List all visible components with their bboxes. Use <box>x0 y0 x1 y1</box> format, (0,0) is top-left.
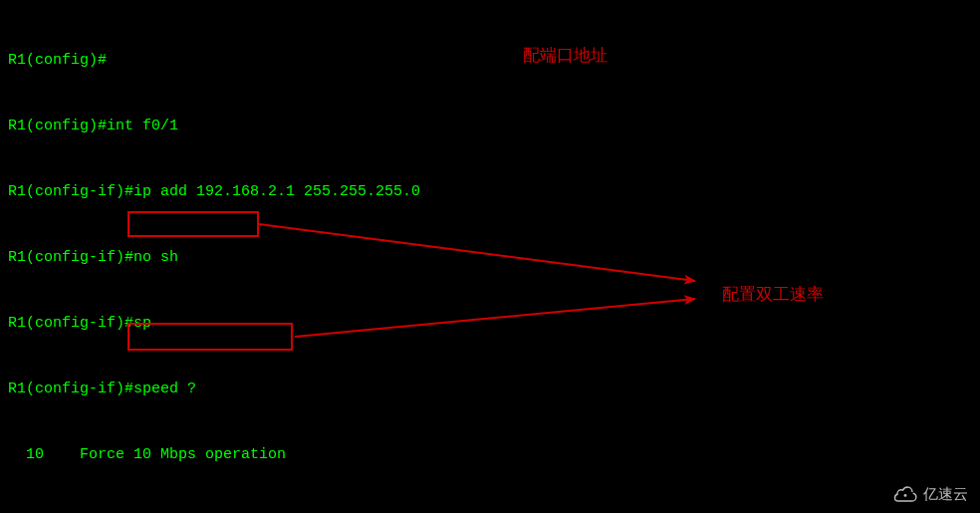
terminal-line: R1(config-if)#ip add 192.168.2.1 255.255… <box>8 181 972 203</box>
annotation-port-address: 配端口地址 <box>523 45 608 67</box>
annotation-duplex-rate: 配置双工速率 <box>722 284 824 306</box>
watermark-text: 亿速云 <box>923 483 968 505</box>
terminal-line: R1(config-if)#sp <box>8 313 972 335</box>
terminal-line: R1(config)# <box>8 50 972 72</box>
terminal-line: R1(config)#int f0/1 <box>8 116 972 137</box>
terminal-line: R1(config-if)#speed ? <box>8 379 972 400</box>
terminal-line: R1(config-if)#no sh <box>8 247 972 269</box>
svg-point-2 <box>904 494 907 497</box>
terminal-line: 10 Force 10 Mbps operation <box>8 444 972 466</box>
watermark: 亿速云 <box>891 483 968 505</box>
terminal-output: R1(config)# R1(config)#int f0/1 R1(confi… <box>8 6 972 513</box>
cloud-icon <box>891 485 919 503</box>
